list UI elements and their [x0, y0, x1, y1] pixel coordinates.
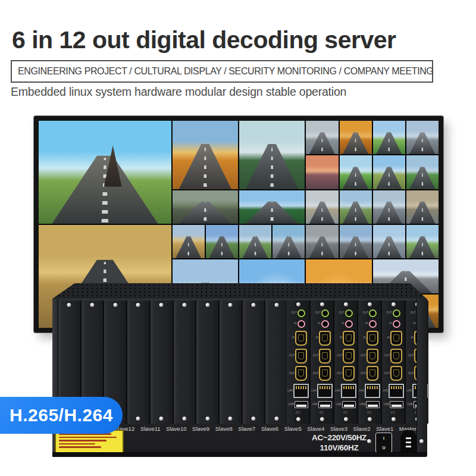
- road-centerline: [273, 225, 305, 258]
- port-row-audio-in-jack: IN: [339, 320, 353, 328]
- port-label: OUT: [411, 312, 416, 315]
- decoder-module-slave1: OUTININOUT2OUT1LANUSB3C: [382, 300, 405, 424]
- screw-icon: [419, 439, 424, 443]
- video-tile-traffic-jam: [306, 225, 338, 258]
- slot-label-slave7: Slave7: [238, 425, 255, 432]
- port-label: IN: [337, 337, 342, 340]
- screw-icon: [368, 302, 372, 306]
- port-row-hdmi-in-port: IN: [313, 331, 331, 346]
- port-label: USB: [336, 403, 342, 406]
- port-row-lan-port: LAN: [359, 384, 380, 398]
- hdmi-out2-port: [390, 349, 402, 364]
- port-row-hdmi-out2-port: OUT2: [384, 349, 402, 364]
- road-centerline: [373, 225, 405, 258]
- slot-label-slave5: Slave5: [284, 425, 302, 432]
- blank-slot-plate: [265, 300, 287, 424]
- port-row-hdmi-out1-port: OUT1: [337, 366, 355, 381]
- port-label: LAN: [383, 390, 388, 393]
- screw-icon: [205, 303, 209, 307]
- chassis-top-vent-panel: [52, 283, 427, 299]
- port-label: OUT: [387, 312, 392, 315]
- blank-slot-plate: [196, 300, 218, 424]
- port-label: OUT1: [361, 372, 366, 375]
- port-row-audio-out-jack: OUT: [315, 309, 329, 317]
- road-centerline: [406, 225, 439, 258]
- screw-icon: [274, 303, 278, 307]
- port-label: LAN: [406, 390, 412, 393]
- audio-out-jack: [298, 309, 305, 317]
- video-tile-autumn-overpass: [340, 121, 372, 154]
- road-centerline: [406, 155, 439, 189]
- video-tile-grassland-teepee: [39, 121, 171, 224]
- road-centerline: [306, 225, 338, 258]
- use-cases-banner: ENGINEERING PROJECT / CULTURAL DISPLAY /…: [11, 60, 433, 83]
- cert-marks: 3C: [367, 411, 372, 414]
- hdmi-out1-port: [367, 366, 378, 381]
- port-row-audio-in-jack: IN: [292, 320, 305, 328]
- lan-port: [389, 384, 404, 398]
- ac-power-inlet: [400, 430, 416, 454]
- road-centerline: [173, 121, 238, 189]
- slot-label-slave1: Slave1: [376, 425, 393, 432]
- road-centerline: [173, 190, 238, 224]
- hdmi-out1-port: [343, 366, 355, 381]
- port-row-audio-in-jack: IN: [387, 320, 400, 328]
- port-label: OUT1: [337, 372, 342, 375]
- lan-port: [317, 384, 333, 398]
- video-tile-desert-straight-road: [173, 225, 205, 258]
- video-tile-park-road: [340, 155, 372, 189]
- road-centerline: [373, 121, 405, 154]
- port-row-lan-port: LAN: [383, 384, 404, 398]
- video-tile-riverside-green: [373, 121, 405, 154]
- port-row-lan-port: LAN: [287, 384, 309, 398]
- hdmi-out1-port: [319, 366, 331, 381]
- audio-in-jack: [369, 320, 377, 328]
- road-centerline: [340, 225, 372, 258]
- screw-icon: [90, 303, 95, 307]
- port-row-hdmi-out1-port: OUT1: [361, 366, 378, 381]
- port-label: USB: [289, 403, 294, 406]
- port-row-hdmi-in-port: IN: [289, 331, 307, 346]
- cert-marks: 3C: [320, 411, 324, 414]
- port-label: OUT2: [361, 355, 366, 358]
- port-label: OUT2: [408, 355, 414, 358]
- port-row-hdmi-out2-port: OUT2: [361, 349, 378, 364]
- hdmi-out2-port: [319, 349, 331, 364]
- road-centerline: [340, 155, 372, 189]
- hdmi-out1-port: [295, 366, 307, 381]
- slot-label-slave11: Slave11: [140, 425, 161, 432]
- port-row-usb-port: USB: [312, 401, 332, 408]
- screw-icon: [136, 416, 140, 421]
- usb-port: [318, 401, 332, 408]
- usb-port: [390, 401, 403, 408]
- port-row-hdmi-out1-port: OUT1: [313, 366, 331, 381]
- video-tile-bridge-curve: [340, 225, 372, 258]
- screw-icon: [392, 302, 396, 306]
- screw-icon: [182, 416, 186, 421]
- port-row-lan-port: LAN: [335, 384, 356, 398]
- video-tile-plain-highway: [373, 155, 405, 189]
- port-label: IN: [384, 337, 390, 340]
- screw-icon: [136, 303, 140, 307]
- port-label: OUT1: [289, 372, 295, 375]
- video-tile-green-expressway: [406, 225, 439, 258]
- port-label: IN: [387, 322, 392, 325]
- codec-badge: H.265/H.264: [0, 397, 123, 434]
- port-row-usb-port: USB: [336, 401, 356, 408]
- screw-icon: [296, 417, 300, 421]
- decoder-module-area: OUTININOUT2OUT1LANUSB3COUTININOUT2OUT1LA…: [287, 300, 416, 424]
- port-label: LAN: [335, 390, 340, 393]
- road-centerline: [406, 121, 439, 154]
- port-label: IN: [315, 322, 321, 325]
- port-label: OUT2: [384, 355, 390, 358]
- road-centerline: [39, 121, 171, 224]
- hdmi-in-port: [367, 331, 378, 346]
- port-row-hdmi-in-port: IN: [337, 331, 355, 346]
- screw-icon: [251, 416, 255, 421]
- video-tile-hillside-road: [340, 190, 372, 224]
- screw-icon: [159, 416, 164, 421]
- road-centerline: [340, 190, 372, 224]
- slot-label-slave2: Slave2: [353, 425, 371, 432]
- port-row-hdmi-out1-port: OUT1: [384, 366, 402, 381]
- screw-icon: [274, 416, 278, 421]
